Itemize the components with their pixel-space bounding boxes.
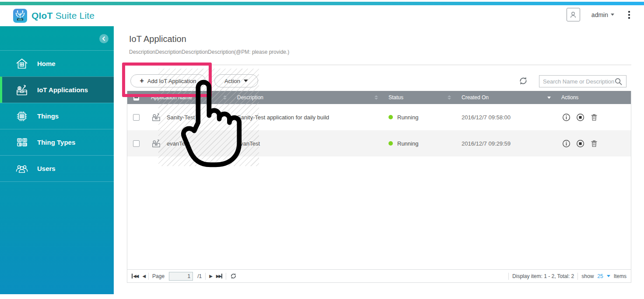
search-box	[539, 75, 626, 87]
status-dot-running	[388, 115, 393, 119]
column-label: Description	[237, 94, 263, 101]
sidebar-item-label: Users	[37, 165, 56, 172]
sidebar-item-home[interactable]: Home	[0, 50, 114, 76]
sort-desc-icon	[547, 97, 551, 99]
stop-button[interactable]	[576, 113, 584, 122]
table-row[interactable]: evanTest evanTest Running 2016/12/7 09:2…	[127, 130, 631, 156]
select-all-checkbox[interactable]	[127, 95, 145, 101]
app-header: QIoT Suite Lite admin	[0, 5, 644, 26]
application-description: Sanity-Test application for daily build	[237, 114, 329, 121]
info-button[interactable]	[562, 139, 570, 148]
sort-icon	[448, 95, 451, 100]
action-button-label: Action	[224, 78, 240, 84]
sidebar-item-iot-applications[interactable]: IoT Applications	[0, 76, 114, 103]
chip-icon	[14, 110, 29, 123]
column-header-description[interactable]: Description	[231, 94, 382, 101]
stop-button[interactable]	[576, 139, 584, 148]
users-icon	[14, 162, 29, 176]
sidebar-item-things[interactable]: Things	[0, 103, 114, 129]
column-header-created-on[interactable]: Created On	[455, 94, 555, 101]
page-subtitle: DescriptionDescriptionDescriptionDescrip…	[129, 49, 289, 55]
delete-button[interactable]	[590, 113, 598, 122]
sidebar-item-label: Home	[37, 60, 56, 67]
info-button[interactable]	[562, 113, 570, 122]
home-icon	[14, 57, 29, 70]
column-label: Actions	[561, 94, 578, 101]
created-on: 2016/12/7 09:58:00	[462, 114, 511, 121]
sort-icon	[223, 95, 227, 100]
app-title: QIoT Suite Lite	[32, 10, 94, 21]
column-header-application-name[interactable]: Application Name	[145, 94, 231, 101]
qiot-suite-lite-window: QIoT Suite Lite admin	[0, 0, 644, 299]
table-row[interactable]: Sanity-Test Sanity-Test application for …	[127, 104, 631, 130]
page-label: Page	[152, 273, 164, 279]
next-page-button[interactable]: ▶	[209, 274, 212, 278]
application-name: Sanity-Test	[167, 114, 195, 121]
column-label: Created On	[462, 94, 489, 101]
person-icon	[569, 10, 578, 19]
title-divider	[129, 65, 631, 65]
page-title: IoT Application	[129, 34, 186, 44]
status-dot-running	[388, 141, 393, 146]
display-summary: Display item: 1 - 2, Total: 2	[512, 273, 574, 279]
username-label: admin	[592, 11, 608, 18]
column-label: Application Name	[151, 94, 192, 101]
chevron-left-icon	[102, 36, 106, 41]
pagination-bar: ◀◀ ◀ Page /1 ▶ ▶▶	[127, 269, 631, 282]
row-checkbox[interactable]	[133, 140, 140, 147]
user-menu[interactable]: admin	[592, 11, 614, 18]
sidebar-item-label: IoT Applications	[37, 86, 88, 94]
toolbox-icon	[14, 83, 29, 97]
add-button-label: Add IoT Application	[147, 78, 196, 84]
row-checkbox[interactable]	[133, 114, 140, 121]
refresh-button[interactable]	[518, 76, 528, 86]
grid-icon	[14, 136, 29, 149]
sort-icon	[374, 95, 378, 100]
action-button[interactable]: Action	[214, 74, 258, 87]
sidebar-item-label: Thing Types	[37, 139, 75, 146]
more-options-button[interactable]	[626, 9, 633, 21]
main-content: IoT Application DescriptionDescriptionDe…	[114, 26, 644, 299]
column-header-actions: Actions	[555, 94, 631, 101]
page-total-label: /1	[197, 273, 202, 279]
sidebar-item-users[interactable]: Users	[0, 155, 114, 181]
sidebar-collapse-button[interactable]	[99, 34, 108, 43]
applications-table: Application Name Description Status Crea…	[127, 91, 631, 283]
user-avatar-button[interactable]	[567, 8, 580, 21]
refresh-table-button[interactable]	[230, 272, 237, 280]
search-icon[interactable]	[614, 77, 623, 86]
previous-page-button[interactable]: ◀	[142, 274, 145, 278]
application-description: evanTest	[237, 140, 260, 147]
chevron-down-icon	[244, 80, 248, 82]
first-page-button[interactable]: ◀◀	[132, 274, 138, 278]
table-header-row: Application Name Description Status Crea…	[127, 91, 631, 104]
last-page-button[interactable]: ▶▶	[216, 274, 222, 278]
plus-icon: +	[140, 77, 144, 85]
chevron-down-icon	[611, 14, 614, 16]
app-title-bold: QIoT	[32, 10, 53, 21]
sidebar-item-label: Things	[37, 112, 59, 120]
show-label: show	[581, 273, 594, 279]
add-iot-application-button[interactable]: + Add IoT Application	[130, 74, 206, 87]
application-icon	[151, 112, 161, 122]
brand: QIoT Suite Lite	[13, 9, 94, 23]
page-number-input[interactable]	[169, 272, 193, 281]
status-label: Running	[397, 114, 418, 121]
status-label: Running	[397, 140, 418, 147]
column-label: Status	[388, 94, 403, 101]
sidebar-nav: Home IoT Applications	[0, 50, 114, 182]
sidebar: Home IoT Applications	[0, 26, 114, 294]
page-size-value[interactable]: 25	[597, 273, 603, 279]
application-icon	[151, 138, 161, 149]
refresh-icon	[518, 76, 528, 86]
created-on: 2016/12/7 09:29:59	[462, 140, 511, 147]
column-header-status[interactable]: Status	[382, 94, 455, 101]
qiot-logo-icon	[13, 9, 27, 23]
app-title-rest: Suite Lite	[53, 10, 95, 21]
search-input[interactable]	[543, 78, 614, 85]
application-name: evanTest	[167, 140, 189, 147]
chevron-down-icon[interactable]	[607, 275, 610, 277]
top-gradient-strip	[0, 2, 644, 5]
sidebar-item-thing-types[interactable]: Thing Types	[0, 129, 114, 155]
delete-button[interactable]	[590, 139, 598, 148]
